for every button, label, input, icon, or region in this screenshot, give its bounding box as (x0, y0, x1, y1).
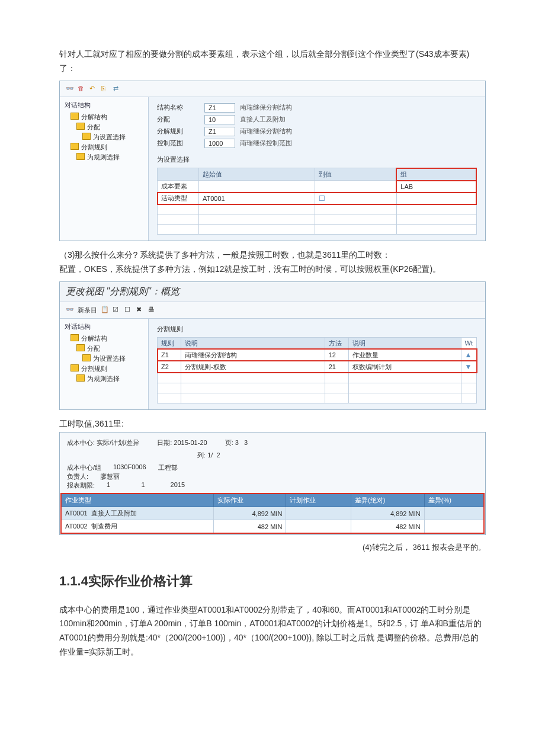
tree-node[interactable]: 为设置选择 (82, 132, 143, 142)
copy-icon[interactable]: 📋 (101, 306, 109, 314)
activity-code: AT0002 (65, 523, 88, 530)
tree-node[interactable]: 分割规则 (70, 364, 143, 374)
var-pct (424, 507, 483, 520)
cell[interactable] (315, 181, 396, 193)
field-label: 分解规则 (157, 127, 200, 136)
trash-icon[interactable]: 🗑 (78, 85, 86, 93)
glasses-icon[interactable]: 👓 (66, 306, 74, 314)
field-value[interactable]: Z1 (204, 127, 235, 136)
method-desc-cell[interactable]: 作业数量 (348, 349, 461, 361)
plan-val (286, 507, 351, 520)
detail-header: 分割规则 (157, 325, 477, 334)
undo-icon[interactable]: ↶ (89, 85, 98, 93)
cell[interactable] (199, 181, 315, 193)
intro-paragraph: 针对人工就对应了相应的要做分割的成本要素组，表示这个组，以后就全部分割到这个作业… (59, 47, 486, 76)
tree-node[interactable]: 分割规则 (70, 142, 143, 152)
sap-toolbar-2: 👓 新条目 📋 ☑ ☐ ✖ 🖶 (60, 302, 485, 319)
report-header: 成本中心: 实际/计划/差异 日期: 2015-01-20 页: 3 3 列: … (60, 433, 485, 494)
tree-node[interactable]: 为设置选择 (82, 354, 143, 364)
page-value: 3 (235, 439, 239, 446)
actual-val: 482 (258, 523, 268, 530)
tree-node[interactable]: 分解结构 (70, 112, 143, 122)
sap-toolbar: 👓 🗑 ↶ ⎘ ⇄ (60, 81, 485, 97)
tree-node[interactable]: 为规则选择 (76, 374, 143, 384)
col-header: 作业类型 (62, 494, 214, 507)
row-label: 活动类型 (158, 193, 199, 204)
col-header: 计划作业 (286, 494, 351, 507)
col-label: 列: (197, 451, 206, 459)
plan-val (286, 520, 351, 533)
dialog-structure-tree: 对话结构 分解结构 分配 为设置选择 分割规则 为规则选择 (60, 97, 149, 241)
col-header (158, 168, 199, 181)
tree-node[interactable]: 分解结构 (70, 334, 143, 344)
desc-cell[interactable]: 南瑞继保分割结构 (181, 349, 325, 361)
method-desc-cell[interactable]: 权数编制计划 (348, 361, 461, 373)
field-desc: 南瑞继保控制范围 (240, 139, 292, 148)
method-cell[interactable]: 21 (325, 361, 348, 373)
row-label: 成本要素 (158, 181, 199, 193)
owner-value: 廖慧丽 (100, 472, 120, 481)
report-title: 成本中心: 实际/计划/差异 (67, 438, 139, 447)
dept-value: 工程部 (158, 463, 178, 472)
tree-node[interactable]: 分配 (76, 122, 143, 132)
col-header: 到值 (315, 168, 396, 181)
delete-icon[interactable]: ✖ (136, 306, 145, 314)
col-header: 规则 (158, 337, 181, 349)
cost-center-report: 成本中心: 实际/计划/差异 日期: 2015-01-20 页: 3 3 列: … (59, 432, 486, 535)
table-row: AT0002 制造费用 482 MIN 482 MIN (62, 520, 484, 533)
var-abs: 4,892 (390, 510, 407, 517)
search-help-icon[interactable]: ☐ (319, 194, 325, 203)
col-header: 说明 (181, 337, 325, 349)
field-value[interactable]: Z1 (204, 103, 235, 113)
sap-config-screenshot-1: 👓 🗑 ↶ ⎘ ⇄ 对话结构 分解结构 分配 为设置选择 分割规则 为规则选择 … (59, 81, 486, 242)
scroll-up-icon[interactable]: ▲ (461, 349, 476, 361)
dialog-structure-tree-2: 对话结构 分解结构 分配 为设置选择 分割规则 为规则选择 (60, 319, 149, 409)
field-value[interactable]: 10 (204, 115, 235, 124)
unit: MIN (409, 510, 421, 517)
owner-label: 负责人: (67, 472, 88, 481)
tree-node[interactable]: 为规则选择 (76, 152, 143, 162)
rule-cell[interactable]: Z2 (158, 361, 181, 373)
paragraph-4: (4)转完之后， 3611 报表会是平的。 (59, 541, 486, 554)
glasses-icon[interactable]: 👓 (66, 85, 74, 93)
final-paragraph: 成本中心的费用是100，通过作业类型AT0001和AT0002分别带走了，40和… (59, 603, 486, 659)
split-rules-grid: 规则 说明 方法 说明 Wt Z1 南瑞继保分割结构 12 作业数量 ▲ Z2 … (157, 337, 477, 403)
deselect-icon[interactable]: ☐ (124, 306, 133, 314)
tree-node[interactable]: 分配 (76, 344, 143, 354)
tree-header: 对话结构 (65, 322, 143, 331)
cell[interactable]: ☐ (315, 193, 396, 204)
unit: MIN (270, 510, 282, 517)
activity-start-cell[interactable]: AT0001 (199, 193, 315, 204)
print-icon[interactable]: 🖶 (148, 306, 156, 314)
period-label: 报表期限: (67, 481, 95, 490)
field-value[interactable]: 1000 (204, 139, 235, 148)
scroll-down-icon[interactable]: ▼ (461, 361, 476, 373)
section-heading: 1.1.4实际作业价格计算 (59, 572, 486, 590)
date-label: 日期: (157, 439, 172, 446)
view-title: 更改视图 "分割规则"：概览 (60, 282, 485, 302)
paragraph-3: （3)那么按什么来分? 系统提供了多种方法，一般是按照工时数，也就是3611里的… (59, 248, 486, 262)
group-cell[interactable]: LAB (396, 181, 476, 193)
copy-icon[interactable]: ⎘ (101, 85, 110, 93)
col-total: 2 (216, 451, 220, 459)
sap-config-screenshot-2: 更改视图 "分割规则"：概览 👓 新条目 📋 ☑ ☐ ✖ 🖶 对话结构 分解结构… (59, 281, 486, 410)
field-desc: 南瑞继保分割结构 (240, 103, 292, 112)
field-desc: 直接人工及附加 (240, 115, 286, 124)
rule-cell[interactable]: Z1 (158, 349, 181, 361)
cell[interactable] (396, 193, 476, 204)
period-value: 2015 (171, 481, 185, 490)
worktime-paragraph: 工时取值,3611里: (59, 417, 486, 431)
paragraph-3b: 配置，OKES，系统提供了多种方法，例如12就是按工时，没有工时的时候，可以按照… (59, 262, 486, 277)
desc-cell[interactable]: 分割规则-权数 (181, 361, 325, 373)
col-header: 实际作业 (213, 494, 286, 507)
detail-pane-2: 分割规则 规则 说明 方法 说明 Wt Z1 南瑞继保分割结构 12 作业数量 … (149, 319, 485, 409)
activity-desc: 直接人工及附加 (91, 510, 137, 517)
selection-grid: 起始值 到值 组 成本要素 LAB 活动类型 AT0001 ☐ (157, 168, 477, 235)
refresh-icon[interactable]: ⇄ (113, 85, 121, 93)
select-icon[interactable]: ☑ (113, 306, 121, 314)
center-label: 成本中心/组 (67, 463, 101, 472)
col-header: 差异(绝对) (351, 494, 424, 507)
var-pct (424, 520, 483, 533)
new-entries-button[interactable]: 新条目 (78, 306, 97, 315)
method-cell[interactable]: 12 (325, 349, 348, 361)
